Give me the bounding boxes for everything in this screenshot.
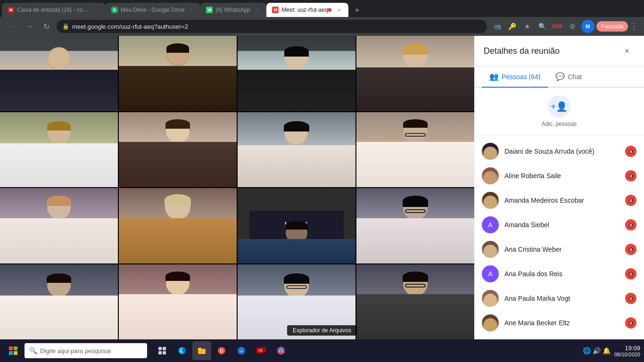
mute-icon: 🔇: [628, 247, 634, 252]
star-icon[interactable]: ★: [521, 20, 534, 33]
svg-rect-9: [198, 349, 206, 354]
tab-chat-label: Chat: [568, 73, 582, 81]
svg-text:O: O: [220, 348, 223, 354]
mute-icon: 🔇: [628, 272, 634, 277]
pdf-icon[interactable]: PDF: [551, 20, 564, 33]
taskbar-search-text: Digite aqui para pesquisar: [40, 347, 111, 354]
mute-icon: 🔇: [628, 296, 634, 301]
menu-button[interactable]: ⋮: [630, 21, 638, 32]
extension-icon[interactable]: ⚙: [566, 20, 579, 33]
new-tab-button[interactable]: +: [350, 4, 363, 17]
tab-gmail-label: Caixa de entrada (16) - compras...: [17, 7, 90, 13]
taskbar-edge[interactable]: [173, 341, 191, 360]
taskbar-office[interactable]: O: [212, 341, 231, 360]
participant-item[interactable]: Amanda Medeiros Escobar 🔇: [474, 188, 644, 213]
tab-gmail[interactable]: M Caixa de entrada (16) - compras... ×: [2, 3, 106, 17]
taskbar-chrome[interactable]: [272, 341, 290, 360]
forward-button[interactable]: →: [23, 20, 36, 33]
taskbar: 🔍 Digite aqui para pesquisar: [0, 339, 644, 362]
participant-item[interactable]: Ana Cristina Weber 🔇: [474, 237, 644, 262]
participant-avatar-amanda-s: A: [482, 216, 499, 233]
lock-icon: 🔒: [62, 23, 69, 30]
video-cell-11: ICEH: [238, 188, 355, 263]
tab-meet[interactable]: M Meet: uuz-rfut-aeq ×: [266, 3, 348, 17]
mute-icon: 🔇: [628, 222, 634, 228]
participant-mute-ane: 🔇: [625, 317, 636, 329]
svg-rect-6: [158, 351, 162, 354]
tab-drive-close[interactable]: ×: [187, 6, 195, 14]
back-button[interactable]: ←: [6, 20, 19, 33]
taskbar-task-view[interactable]: [153, 341, 172, 360]
taskbar-date: 08/10/2020: [614, 352, 640, 357]
taskbar-explorer[interactable]: [192, 341, 211, 360]
participant-item[interactable]: Daiani de Souza Arruda (você) 🔇: [474, 139, 644, 164]
svg-rect-2: [9, 351, 13, 355]
key-icon[interactable]: 🔑: [506, 20, 519, 33]
video-cell-4: [356, 36, 474, 111]
camera-icon[interactable]: 📹: [491, 20, 504, 33]
tab-whatsapp-close[interactable]: ×: [253, 6, 261, 14]
search-icon[interactable]: 🔍: [536, 20, 549, 33]
tab-meet-close[interactable]: ×: [335, 6, 343, 14]
volume-icon[interactable]: 🔊: [593, 347, 601, 354]
start-button[interactable]: [4, 341, 23, 360]
sidebar-tabs: 👥 Pessoas (64) 💬 Chat: [474, 66, 644, 88]
taskbar-app5[interactable]: ✈: [232, 341, 251, 360]
address-bar: ← → ↻ 🔒 meet.google.com/uuz-rfut-aeq?aut…: [0, 17, 644, 36]
video-person-5: [0, 112, 118, 188]
add-people-button[interactable]: +👤: [548, 95, 570, 118]
tab-chat[interactable]: 💬 Chat: [548, 66, 589, 88]
taskbar-search-box[interactable]: 🔍 Digite aqui para pesquisar: [25, 343, 147, 358]
participant-name-amanda-s: Amanda Siebel: [504, 221, 619, 229]
video-cell-15: [238, 264, 355, 340]
taskbar-app6[interactable]: 73: [252, 341, 271, 360]
mute-icon: 🔇: [628, 321, 634, 326]
address-input[interactable]: 🔒 meet.google.com/uuz-rfut-aeq?authuser=…: [57, 20, 487, 33]
notifications-icon[interactable]: 🔔: [603, 347, 611, 354]
video-person-13: [0, 264, 118, 340]
taskbar-app-icons: O ✈ 73: [153, 341, 290, 360]
participant-name-ana-c: Ana Cristina Weber: [504, 246, 619, 253]
drive-favicon: D: [111, 7, 118, 13]
video-cell-5: [0, 112, 118, 188]
svg-rect-0: [9, 346, 13, 350]
profile-button[interactable]: M: [581, 20, 594, 33]
add-person-icon: +👤: [551, 101, 568, 112]
participant-mute-amanda-s: 🔇: [625, 219, 636, 230]
tab-whatsapp[interactable]: W (8) WhatsApp ×: [200, 3, 266, 17]
video-cell-8: [356, 112, 474, 188]
video-cell-13: [0, 264, 118, 340]
participant-mute-ana-pm: 🔇: [625, 293, 636, 304]
tab-drive[interactable]: D Meu Drive - Google Drive ×: [106, 3, 200, 17]
network-icon[interactable]: 🌐: [583, 347, 591, 354]
video-person-10: [119, 188, 237, 263]
video-person-9: [0, 188, 118, 263]
video-cell-7: [238, 112, 355, 188]
participant-item[interactable]: Ana Paula Marka Vogt 🔇: [474, 286, 644, 311]
tab-gmail-close[interactable]: ×: [92, 6, 100, 14]
edge-icon: [178, 346, 186, 355]
avatar-letter: A: [488, 270, 492, 278]
taskbar-time: 19:09: [614, 345, 640, 352]
svg-text:✈: ✈: [240, 349, 243, 354]
video-person-7: [238, 112, 355, 188]
participant-item[interactable]: A Amanda Siebel 🔇: [474, 213, 644, 237]
address-text: meet.google.com/uuz-rfut-aeq?authuser=2: [72, 23, 188, 30]
video-cell-1: [0, 36, 118, 111]
participant-name-daiani: Daiani de Souza Arruda (você): [504, 148, 619, 155]
video-person-2: [119, 36, 237, 111]
recording-indicator: [328, 8, 331, 12]
participant-name-amanda-m: Amanda Medeiros Escobar: [504, 197, 619, 204]
participant-item[interactable]: A Ana Paula dos Reis 🔇: [474, 262, 644, 286]
taskbar-right: 🌐 🔊 🔔 19:09 08/10/2020: [583, 345, 640, 357]
paused-button[interactable]: Pausada: [596, 21, 628, 32]
tab-people[interactable]: 👥 Pessoas (64): [482, 66, 548, 88]
participant-item[interactable]: Ane Maria Becker Eltz 🔇: [474, 311, 644, 335]
video-cell-9: [0, 188, 118, 263]
reload-button[interactable]: ↻: [40, 20, 53, 33]
participant-item[interactable]: Aline Roberta Saile 🔇: [474, 164, 644, 188]
video-cell-12: [356, 188, 474, 263]
mute-icon: 🔇: [628, 173, 634, 179]
sidebar-close-button[interactable]: ×: [619, 43, 635, 58]
chat-icon: 💬: [555, 72, 565, 81]
